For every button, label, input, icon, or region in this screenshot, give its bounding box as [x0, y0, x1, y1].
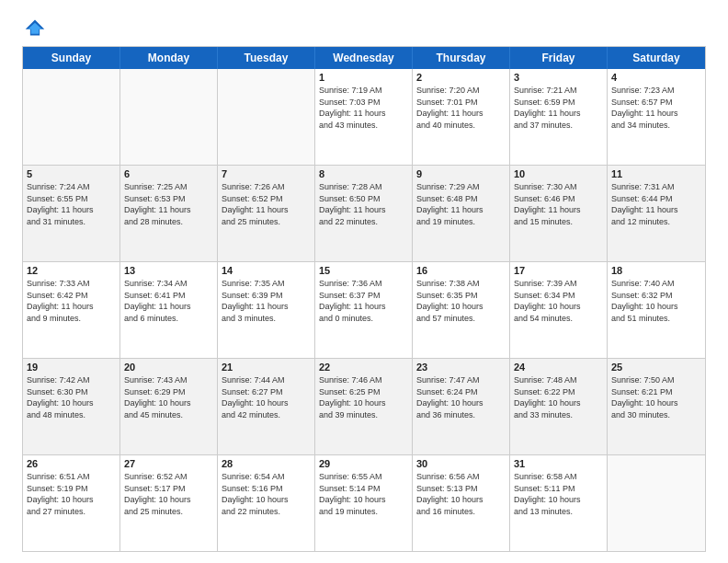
day-number: 24: [514, 362, 603, 373]
calendar-cell: 15Sunrise: 7:36 AM Sunset: 6:37 PM Dayli…: [315, 262, 413, 358]
day-info: Sunrise: 7:19 AM Sunset: 7:03 PM Dayligh…: [319, 85, 408, 131]
calendar-week-2: 5Sunrise: 7:24 AM Sunset: 6:55 PM Daylig…: [23, 165, 705, 261]
day-number: 11: [611, 168, 701, 179]
calendar-cell: 10Sunrise: 7:30 AM Sunset: 6:46 PM Dayli…: [510, 166, 608, 261]
calendar-cell: 29Sunrise: 6:55 AM Sunset: 5:14 PM Dayli…: [315, 455, 413, 551]
day-info: Sunrise: 7:39 AM Sunset: 6:34 PM Dayligh…: [514, 278, 603, 324]
calendar-cell: 27Sunrise: 6:52 AM Sunset: 5:17 PM Dayli…: [120, 455, 218, 551]
day-number: 21: [222, 362, 311, 373]
calendar-cell: [218, 69, 315, 165]
header-day-saturday: Saturday: [608, 47, 705, 69]
calendar-cell: 18Sunrise: 7:40 AM Sunset: 6:32 PM Dayli…: [608, 262, 705, 358]
calendar-cell: 6Sunrise: 7:25 AM Sunset: 6:53 PM Daylig…: [120, 166, 218, 261]
calendar-cell: 2Sunrise: 7:20 AM Sunset: 7:01 PM Daylig…: [413, 69, 510, 165]
calendar-cell: 17Sunrise: 7:39 AM Sunset: 6:34 PM Dayli…: [510, 262, 608, 358]
calendar-week-3: 12Sunrise: 7:33 AM Sunset: 6:42 PM Dayli…: [23, 261, 705, 358]
day-info: Sunrise: 6:52 AM Sunset: 5:17 PM Dayligh…: [124, 471, 213, 517]
day-info: Sunrise: 6:51 AM Sunset: 5:19 PM Dayligh…: [27, 471, 116, 517]
calendar-week-4: 19Sunrise: 7:42 AM Sunset: 6:30 PM Dayli…: [23, 358, 705, 454]
day-number: 15: [319, 265, 408, 276]
day-info: Sunrise: 7:44 AM Sunset: 6:27 PM Dayligh…: [222, 374, 311, 420]
calendar-cell: 8Sunrise: 7:28 AM Sunset: 6:50 PM Daylig…: [315, 166, 413, 261]
calendar-cell: 20Sunrise: 7:43 AM Sunset: 6:29 PM Dayli…: [120, 359, 218, 454]
calendar-cell: 21Sunrise: 7:44 AM Sunset: 6:27 PM Dayli…: [218, 359, 315, 454]
calendar-cell: 7Sunrise: 7:26 AM Sunset: 6:52 PM Daylig…: [218, 166, 315, 261]
day-number: 31: [514, 458, 603, 469]
day-info: Sunrise: 7:33 AM Sunset: 6:42 PM Dayligh…: [27, 278, 116, 324]
day-info: Sunrise: 7:26 AM Sunset: 6:52 PM Dayligh…: [222, 181, 311, 227]
day-number: 28: [222, 458, 311, 469]
day-number: 29: [319, 458, 408, 469]
day-info: Sunrise: 7:35 AM Sunset: 6:39 PM Dayligh…: [222, 278, 311, 324]
calendar-cell: 31Sunrise: 6:58 AM Sunset: 5:11 PM Dayli…: [510, 455, 608, 551]
calendar-cell: 11Sunrise: 7:31 AM Sunset: 6:44 PM Dayli…: [608, 166, 705, 261]
day-number: 13: [124, 265, 213, 276]
calendar-cell: 13Sunrise: 7:34 AM Sunset: 6:41 PM Dayli…: [120, 262, 218, 358]
calendar-cell: [23, 69, 120, 165]
calendar-header: SundayMondayTuesdayWednesdayThursdayFrid…: [23, 47, 705, 69]
day-info: Sunrise: 7:47 AM Sunset: 6:24 PM Dayligh…: [416, 374, 506, 420]
header-day-monday: Monday: [120, 47, 218, 69]
calendar-cell: [608, 455, 705, 551]
header-day-sunday: Sunday: [23, 47, 120, 69]
day-info: Sunrise: 6:58 AM Sunset: 5:11 PM Dayligh…: [514, 471, 603, 517]
page-header: [22, 17, 706, 37]
calendar-cell: 16Sunrise: 7:38 AM Sunset: 6:35 PM Dayli…: [413, 262, 510, 358]
day-number: 6: [124, 168, 213, 179]
day-number: 10: [514, 168, 603, 179]
day-number: 25: [611, 362, 701, 373]
day-info: Sunrise: 7:36 AM Sunset: 6:37 PM Dayligh…: [319, 278, 408, 324]
day-number: 19: [27, 362, 116, 373]
day-info: Sunrise: 6:55 AM Sunset: 5:14 PM Dayligh…: [319, 471, 408, 517]
calendar-cell: 9Sunrise: 7:29 AM Sunset: 6:48 PM Daylig…: [413, 166, 510, 261]
day-number: 18: [611, 265, 701, 276]
day-number: 16: [416, 265, 506, 276]
day-info: Sunrise: 6:54 AM Sunset: 5:16 PM Dayligh…: [222, 471, 311, 517]
calendar-cell: 4Sunrise: 7:23 AM Sunset: 6:57 PM Daylig…: [608, 69, 705, 165]
header-day-thursday: Thursday: [413, 47, 510, 69]
day-number: 12: [27, 265, 116, 276]
calendar-cell: 19Sunrise: 7:42 AM Sunset: 6:30 PM Dayli…: [23, 359, 120, 454]
day-number: 20: [124, 362, 213, 373]
calendar-cell: [120, 69, 218, 165]
day-info: Sunrise: 7:24 AM Sunset: 6:55 PM Dayligh…: [27, 181, 116, 227]
day-info: Sunrise: 7:34 AM Sunset: 6:41 PM Dayligh…: [124, 278, 213, 324]
header-day-wednesday: Wednesday: [315, 47, 413, 69]
day-number: 2: [416, 72, 506, 83]
day-info: Sunrise: 7:21 AM Sunset: 6:59 PM Dayligh…: [514, 85, 603, 131]
calendar-cell: 30Sunrise: 6:56 AM Sunset: 5:13 PM Dayli…: [413, 455, 510, 551]
day-number: 8: [319, 168, 408, 179]
day-info: Sunrise: 7:30 AM Sunset: 6:46 PM Dayligh…: [514, 181, 603, 227]
calendar-cell: 28Sunrise: 6:54 AM Sunset: 5:16 PM Dayli…: [218, 455, 315, 551]
day-info: Sunrise: 7:31 AM Sunset: 6:44 PM Dayligh…: [611, 181, 701, 227]
calendar-cell: 25Sunrise: 7:50 AM Sunset: 6:21 PM Dayli…: [608, 359, 705, 454]
calendar-week-5: 26Sunrise: 6:51 AM Sunset: 5:19 PM Dayli…: [23, 454, 705, 551]
logo: [22, 17, 46, 37]
day-number: 22: [319, 362, 408, 373]
calendar: SundayMondayTuesdayWednesdayThursdayFrid…: [22, 46, 706, 552]
calendar-body: 1Sunrise: 7:19 AM Sunset: 7:03 PM Daylig…: [23, 69, 705, 551]
day-number: 7: [222, 168, 311, 179]
day-info: Sunrise: 7:20 AM Sunset: 7:01 PM Dayligh…: [416, 85, 506, 131]
day-info: Sunrise: 7:50 AM Sunset: 6:21 PM Dayligh…: [611, 374, 701, 420]
day-number: 5: [27, 168, 116, 179]
day-number: 23: [416, 362, 506, 373]
day-info: Sunrise: 7:43 AM Sunset: 6:29 PM Dayligh…: [124, 374, 213, 420]
calendar-cell: 24Sunrise: 7:48 AM Sunset: 6:22 PM Dayli…: [510, 359, 608, 454]
svg-marker-1: [28, 23, 41, 34]
day-info: Sunrise: 7:38 AM Sunset: 6:35 PM Dayligh…: [416, 278, 506, 324]
day-number: 26: [27, 458, 116, 469]
calendar-cell: 5Sunrise: 7:24 AM Sunset: 6:55 PM Daylig…: [23, 166, 120, 261]
calendar-week-1: 1Sunrise: 7:19 AM Sunset: 7:03 PM Daylig…: [23, 69, 705, 165]
day-info: Sunrise: 7:46 AM Sunset: 6:25 PM Dayligh…: [319, 374, 408, 420]
calendar-cell: 22Sunrise: 7:46 AM Sunset: 6:25 PM Dayli…: [315, 359, 413, 454]
day-info: Sunrise: 7:48 AM Sunset: 6:22 PM Dayligh…: [514, 374, 603, 420]
header-day-friday: Friday: [510, 47, 608, 69]
calendar-cell: 1Sunrise: 7:19 AM Sunset: 7:03 PM Daylig…: [315, 69, 413, 165]
day-number: 30: [416, 458, 506, 469]
day-number: 3: [514, 72, 603, 83]
day-info: Sunrise: 7:25 AM Sunset: 6:53 PM Dayligh…: [124, 181, 213, 227]
day-number: 4: [611, 72, 701, 83]
calendar-cell: 12Sunrise: 7:33 AM Sunset: 6:42 PM Dayli…: [23, 262, 120, 358]
day-number: 1: [319, 72, 408, 83]
